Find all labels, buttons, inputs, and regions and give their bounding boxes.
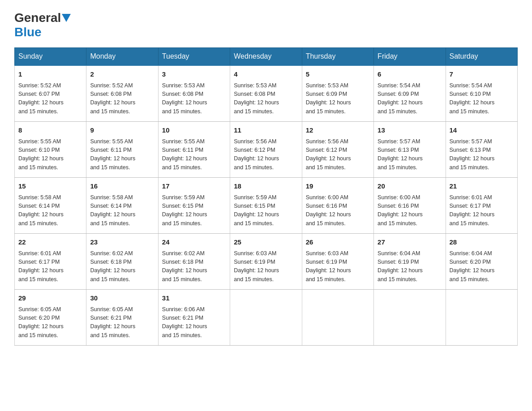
day-number: 14 — [450, 125, 514, 136]
day-number: 29 — [18, 293, 82, 304]
day-number: 24 — [162, 237, 226, 248]
calendar-cell: 24 Sunrise: 6:02 AMSunset: 6:18 PMDaylig… — [158, 234, 230, 290]
day-info: Sunrise: 5:52 AMSunset: 6:08 PMDaylight:… — [90, 81, 154, 116]
calendar-cell: 15 Sunrise: 5:58 AMSunset: 6:14 PMDaylig… — [15, 178, 86, 234]
day-info: Sunrise: 5:56 AMSunset: 6:12 PMDaylight:… — [234, 137, 298, 172]
day-number: 13 — [378, 125, 442, 136]
calendar-cell: 26 Sunrise: 6:03 AMSunset: 6:19 PMDaylig… — [302, 234, 373, 290]
logo-blue-text: Blue — [14, 25, 42, 39]
day-info: Sunrise: 5:56 AMSunset: 6:12 PMDaylight:… — [306, 137, 370, 172]
day-info: Sunrise: 6:05 AMSunset: 6:20 PMDaylight:… — [18, 305, 82, 340]
calendar-cell: 30 Sunrise: 6:05 AMSunset: 6:21 PMDaylig… — [86, 290, 158, 346]
day-number: 16 — [90, 181, 154, 192]
calendar-header-monday: Monday — [86, 48, 158, 66]
calendar-cell: 29 Sunrise: 6:05 AMSunset: 6:20 PMDaylig… — [15, 290, 86, 346]
day-number: 11 — [234, 125, 298, 136]
day-info: Sunrise: 5:57 AMSunset: 6:13 PMDaylight:… — [378, 137, 442, 172]
day-number: 3 — [162, 69, 226, 80]
calendar-cell: 4 Sunrise: 5:53 AMSunset: 6:08 PMDayligh… — [230, 65, 302, 122]
calendar-cell: 5 Sunrise: 5:53 AMSunset: 6:09 PMDayligh… — [302, 65, 373, 122]
calendar-cell: 31 Sunrise: 6:06 AMSunset: 6:21 PMDaylig… — [158, 290, 230, 346]
day-info: Sunrise: 6:04 AMSunset: 6:19 PMDaylight:… — [378, 249, 442, 284]
day-number: 21 — [450, 181, 514, 192]
day-info: Sunrise: 5:54 AMSunset: 6:09 PMDaylight:… — [378, 81, 442, 116]
logo-general-text: General — [14, 11, 61, 25]
calendar-table: SundayMondayTuesdayWednesdayThursdayFrid… — [14, 47, 518, 346]
calendar-cell — [374, 290, 446, 346]
calendar-header-wednesday: Wednesday — [230, 48, 302, 66]
day-info: Sunrise: 5:59 AMSunset: 6:15 PMDaylight:… — [234, 193, 298, 228]
day-info: Sunrise: 6:01 AMSunset: 6:17 PMDaylight:… — [18, 249, 82, 284]
calendar-cell: 8 Sunrise: 5:55 AMSunset: 6:10 PMDayligh… — [15, 122, 86, 178]
calendar-cell — [230, 290, 302, 346]
day-info: Sunrise: 6:00 AMSunset: 6:16 PMDaylight:… — [306, 193, 370, 228]
day-info: Sunrise: 6:02 AMSunset: 6:18 PMDaylight:… — [90, 249, 154, 284]
day-info: Sunrise: 5:55 AMSunset: 6:11 PMDaylight:… — [162, 137, 226, 172]
calendar-header-thursday: Thursday — [302, 48, 373, 66]
calendar-cell: 10 Sunrise: 5:55 AMSunset: 6:11 PMDaylig… — [158, 122, 230, 178]
day-number: 4 — [234, 69, 298, 80]
calendar-week-row: 22 Sunrise: 6:01 AMSunset: 6:17 PMDaylig… — [15, 234, 518, 290]
calendar-week-row: 29 Sunrise: 6:05 AMSunset: 6:20 PMDaylig… — [15, 290, 518, 346]
day-number: 10 — [162, 125, 226, 136]
calendar-cell: 18 Sunrise: 5:59 AMSunset: 6:15 PMDaylig… — [230, 178, 302, 234]
calendar-week-row: 1 Sunrise: 5:52 AMSunset: 6:07 PMDayligh… — [15, 65, 518, 122]
day-number: 25 — [234, 237, 298, 248]
day-info: Sunrise: 5:54 AMSunset: 6:10 PMDaylight:… — [450, 81, 514, 116]
day-number: 15 — [18, 181, 82, 192]
day-number: 12 — [306, 125, 370, 136]
day-info: Sunrise: 5:58 AMSunset: 6:14 PMDaylight:… — [90, 193, 154, 228]
calendar-cell: 14 Sunrise: 5:57 AMSunset: 6:13 PMDaylig… — [446, 122, 517, 178]
calendar-cell: 6 Sunrise: 5:54 AMSunset: 6:09 PMDayligh… — [374, 65, 446, 122]
day-number: 7 — [450, 69, 514, 80]
page-header: General Blue — [14, 11, 518, 39]
day-number: 17 — [162, 181, 226, 192]
day-info: Sunrise: 6:04 AMSunset: 6:20 PMDaylight:… — [450, 249, 514, 284]
day-number: 1 — [18, 69, 82, 80]
calendar-cell — [446, 290, 517, 346]
day-info: Sunrise: 5:53 AMSunset: 6:08 PMDaylight:… — [234, 81, 298, 116]
day-info: Sunrise: 5:55 AMSunset: 6:11 PMDaylight:… — [90, 137, 154, 172]
calendar-cell: 2 Sunrise: 5:52 AMSunset: 6:08 PMDayligh… — [86, 65, 158, 122]
calendar-cell: 27 Sunrise: 6:04 AMSunset: 6:19 PMDaylig… — [374, 234, 446, 290]
calendar-cell — [302, 290, 373, 346]
calendar-cell: 9 Sunrise: 5:55 AMSunset: 6:11 PMDayligh… — [86, 122, 158, 178]
day-info: Sunrise: 5:53 AMSunset: 6:09 PMDaylight:… — [306, 81, 370, 116]
day-info: Sunrise: 5:55 AMSunset: 6:10 PMDaylight:… — [18, 137, 82, 172]
calendar-header-tuesday: Tuesday — [158, 48, 230, 66]
day-info: Sunrise: 6:01 AMSunset: 6:17 PMDaylight:… — [450, 193, 514, 228]
day-info: Sunrise: 5:53 AMSunset: 6:08 PMDaylight:… — [162, 81, 226, 116]
calendar-cell: 3 Sunrise: 5:53 AMSunset: 6:08 PMDayligh… — [158, 65, 230, 122]
calendar-header-row: SundayMondayTuesdayWednesdayThursdayFrid… — [15, 48, 518, 66]
calendar-cell: 25 Sunrise: 6:03 AMSunset: 6:19 PMDaylig… — [230, 234, 302, 290]
day-info: Sunrise: 5:57 AMSunset: 6:13 PMDaylight:… — [450, 137, 514, 172]
day-number: 9 — [90, 125, 154, 136]
calendar-cell: 16 Sunrise: 5:58 AMSunset: 6:14 PMDaylig… — [86, 178, 158, 234]
calendar-cell: 13 Sunrise: 5:57 AMSunset: 6:13 PMDaylig… — [374, 122, 446, 178]
calendar-cell: 20 Sunrise: 6:00 AMSunset: 6:16 PMDaylig… — [374, 178, 446, 234]
day-number: 2 — [90, 69, 154, 80]
day-number: 31 — [162, 293, 226, 304]
calendar-cell: 21 Sunrise: 6:01 AMSunset: 6:17 PMDaylig… — [446, 178, 517, 234]
calendar-cell: 7 Sunrise: 5:54 AMSunset: 6:10 PMDayligh… — [446, 65, 517, 122]
logo: General Blue — [14, 11, 72, 39]
day-info: Sunrise: 6:03 AMSunset: 6:19 PMDaylight:… — [306, 249, 370, 284]
calendar-header-sunday: Sunday — [15, 48, 86, 66]
calendar-cell: 12 Sunrise: 5:56 AMSunset: 6:12 PMDaylig… — [302, 122, 373, 178]
day-number: 8 — [18, 125, 82, 136]
logo-triangle-icon — [62, 14, 71, 22]
calendar-cell: 17 Sunrise: 5:59 AMSunset: 6:15 PMDaylig… — [158, 178, 230, 234]
day-number: 6 — [378, 69, 442, 80]
day-number: 30 — [90, 293, 154, 304]
day-info: Sunrise: 6:02 AMSunset: 6:18 PMDaylight:… — [162, 249, 226, 284]
calendar-cell: 1 Sunrise: 5:52 AMSunset: 6:07 PMDayligh… — [15, 65, 86, 122]
calendar-cell: 11 Sunrise: 5:56 AMSunset: 6:12 PMDaylig… — [230, 122, 302, 178]
day-info: Sunrise: 5:59 AMSunset: 6:15 PMDaylight:… — [162, 193, 226, 228]
calendar-cell: 28 Sunrise: 6:04 AMSunset: 6:20 PMDaylig… — [446, 234, 517, 290]
day-number: 28 — [450, 237, 514, 248]
calendar-header-saturday: Saturday — [446, 48, 517, 66]
day-info: Sunrise: 6:06 AMSunset: 6:21 PMDaylight:… — [162, 305, 226, 340]
calendar-week-row: 15 Sunrise: 5:58 AMSunset: 6:14 PMDaylig… — [15, 178, 518, 234]
day-number: 20 — [378, 181, 442, 192]
day-number: 18 — [234, 181, 298, 192]
